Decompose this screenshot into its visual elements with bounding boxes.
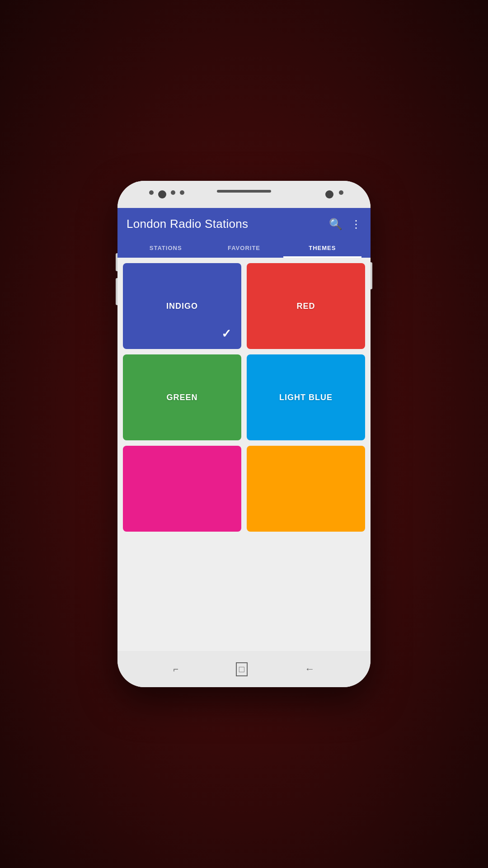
theme-card-red[interactable]: RED [247, 263, 365, 349]
theme-label-indigo: INDIGO [166, 302, 198, 311]
back-button[interactable]: ← [305, 663, 315, 675]
sensor-dot [339, 190, 343, 195]
recent-apps-button[interactable]: ⌐ [173, 664, 178, 675]
dot-2 [171, 190, 175, 195]
theme-label-red: RED [296, 302, 315, 311]
theme-selected-check: ✓ [221, 327, 231, 341]
speaker-dot [325, 190, 333, 198]
tab-stations[interactable]: STATIONS [127, 238, 205, 258]
camera-dot [158, 190, 166, 198]
volume-up-button [116, 253, 117, 271]
theme-card-green[interactable]: GREEN [123, 354, 241, 440]
theme-card-pink[interactable]: PINK [123, 446, 241, 532]
header-icons: 🔍 ⋮ [329, 218, 361, 231]
theme-label-green: GREEN [166, 393, 197, 402]
home-button[interactable]: □ [236, 662, 248, 676]
theme-label-light-blue: LIGHT BLUE [279, 393, 333, 402]
theme-card-indigo[interactable]: INDIGO ✓ [123, 263, 241, 349]
tab-themes[interactable]: THEMES [283, 238, 361, 258]
dot-3 [180, 190, 184, 195]
phone-screen: London Radio Stations 🔍 ⋮ STATIONS FAVOR… [117, 208, 371, 651]
title-row: London Radio Stations 🔍 ⋮ [127, 217, 361, 238]
app-header: London Radio Stations 🔍 ⋮ STATIONS FAVOR… [117, 208, 371, 258]
search-icon[interactable]: 🔍 [329, 218, 343, 231]
app-title: London Radio Stations [127, 217, 248, 231]
phone-frame: London Radio Stations 🔍 ⋮ STATIONS FAVOR… [117, 181, 371, 687]
tabs-row: STATIONS FAVORITE THEMES [127, 238, 361, 258]
dot-1 [149, 190, 154, 195]
more-options-icon[interactable]: ⋮ [351, 218, 361, 231]
themes-grid: INDIGO ✓ RED GREEN LIGHT BLUE PINK [123, 263, 365, 532]
content-area: INDIGO ✓ RED GREEN LIGHT BLUE PINK [117, 258, 371, 651]
phone-notch [117, 181, 371, 208]
sensors-area [325, 190, 343, 198]
front-camera-area [149, 190, 184, 198]
theme-card-orange[interactable]: ORANGE [247, 446, 365, 532]
volume-down-button [116, 278, 117, 305]
power-button [371, 262, 372, 289]
tab-favorite[interactable]: FAVORITE [205, 238, 283, 258]
bottom-nav: ⌐ □ ← [117, 651, 371, 687]
theme-card-light-blue[interactable]: LIGHT BLUE [247, 354, 365, 440]
